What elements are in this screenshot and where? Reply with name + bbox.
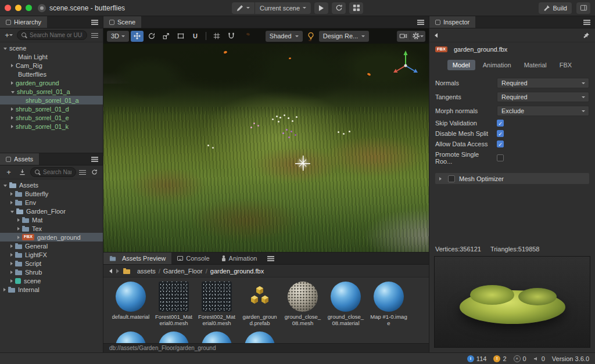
lighting-toggle-button[interactable] xyxy=(304,31,317,42)
property-dropdown[interactable]: Required xyxy=(497,78,589,88)
camera-view-button[interactable] xyxy=(397,31,410,42)
asset-thumbnail[interactable]: Forest001_Material0.mesh xyxy=(155,280,193,327)
minimize-window-button[interactable] xyxy=(15,5,21,11)
property-checkbox[interactable] xyxy=(497,120,504,127)
pin-button[interactable] xyxy=(583,32,590,39)
scene-menu-icon[interactable] xyxy=(417,19,424,25)
assets-search[interactable] xyxy=(30,167,76,177)
panel-layout-button[interactable] xyxy=(576,2,590,14)
rect-tool-button[interactable] xyxy=(174,31,187,42)
asset-item[interactable]: LightFX xyxy=(0,250,103,259)
hierarchy-item[interactable]: shrub_sorrel_01_k xyxy=(0,122,103,131)
projection-mode-button[interactable]: 3D xyxy=(107,31,129,42)
asset-thumbnail[interactable]: Forest002_Material0.mesh xyxy=(198,280,236,327)
asset-thumbnail[interactable] xyxy=(198,330,236,343)
asset-item[interactable]: General xyxy=(0,242,103,250)
asset-thumbnail[interactable]: garden_ground.prefab xyxy=(241,280,279,327)
tree-arrow-icon[interactable] xyxy=(10,211,14,213)
inspector-tab-fbx[interactable]: FBX xyxy=(554,60,577,70)
tree-arrow-icon[interactable] xyxy=(17,218,20,222)
layout-grid-button[interactable] xyxy=(349,2,363,14)
tree-arrow-icon[interactable] xyxy=(10,271,13,274)
tree-arrow-icon[interactable] xyxy=(11,81,13,85)
zoom-window-button[interactable] xyxy=(26,5,32,11)
close-window-button[interactable] xyxy=(5,5,11,11)
asset-item[interactable]: Mat xyxy=(0,215,103,224)
build-button[interactable]: Build xyxy=(539,2,572,14)
tree-arrow-icon[interactable] xyxy=(11,116,13,120)
property-checkbox[interactable] xyxy=(497,130,504,137)
asset-thumbnail[interactable] xyxy=(155,330,193,343)
grid-snap-button[interactable] xyxy=(210,31,223,42)
inspector-menu-icon[interactable] xyxy=(583,19,590,25)
tree-arrow-icon[interactable] xyxy=(3,288,6,291)
tree-arrow-icon[interactable] xyxy=(10,244,13,248)
hierarchy-search[interactable] xyxy=(17,30,87,40)
preview-menu-icon[interactable] xyxy=(267,255,274,261)
asset-item[interactable]: Tex xyxy=(0,224,103,233)
asset-item[interactable]: FBXgarden_ground xyxy=(0,233,103,242)
tree-arrow-icon[interactable] xyxy=(11,91,15,93)
mesh-preview[interactable] xyxy=(434,256,590,348)
error-message-count[interactable]: 0 xyxy=(514,355,526,362)
inspector-tab[interactable]: Inspector xyxy=(429,16,475,28)
asset-thumbnail[interactable] xyxy=(112,330,150,343)
tree-arrow-icon[interactable] xyxy=(10,253,13,257)
hierarchy-item[interactable]: shrub_sorrel_01_a xyxy=(0,96,103,104)
asset-thumbnail[interactable] xyxy=(241,330,279,343)
asset-item[interactable]: scene xyxy=(0,276,103,285)
viewport-canvas[interactable]: 3D xyxy=(103,28,429,252)
asset-item[interactable]: Internal xyxy=(0,285,103,294)
asset-item[interactable]: Butterfly xyxy=(0,189,103,198)
asset-thumbnail[interactable]: ground_close_08.mesh xyxy=(284,280,322,327)
hierarchy-filter-icon[interactable] xyxy=(91,33,98,38)
asset-thumbnail[interactable]: default.material xyxy=(112,280,150,327)
hierarchy-item[interactable]: shrub_sorrel_01_a xyxy=(0,87,103,96)
tree-arrow-icon[interactable] xyxy=(17,236,20,239)
tab-assets-preview[interactable]: Assets Preview xyxy=(103,253,171,264)
assets-tab[interactable]: Assets xyxy=(0,153,39,165)
tree-arrow-icon[interactable] xyxy=(11,125,13,128)
hierarchy-item[interactable]: garden_ground xyxy=(0,78,103,87)
notice-message-count[interactable]: 0 xyxy=(533,355,545,362)
reload-button[interactable] xyxy=(332,2,346,14)
shading-mode-select[interactable]: Shaded xyxy=(266,31,303,42)
warning-message-count[interactable]: 2 xyxy=(493,355,506,362)
tree-arrow-icon[interactable] xyxy=(10,279,13,283)
hierarchy-tab[interactable]: Hierarchy xyxy=(0,16,47,28)
property-checkbox[interactable] xyxy=(497,140,504,147)
property-dropdown[interactable]: Exclude xyxy=(497,106,589,116)
inspector-tab-animation[interactable]: Animation xyxy=(478,60,517,70)
back-icon[interactable] xyxy=(435,33,438,38)
tree-arrow-icon[interactable] xyxy=(11,107,13,111)
hierarchy-item[interactable]: shrub_sorrel_01_e xyxy=(0,113,103,122)
tree-arrow-icon[interactable] xyxy=(17,227,20,230)
tree-arrow-icon[interactable] xyxy=(10,201,13,204)
magnet-snap-button[interactable] xyxy=(225,31,238,42)
viewport-settings-button[interactable] xyxy=(410,31,425,42)
assets-search-input[interactable] xyxy=(43,169,71,175)
tree-arrow-icon[interactable] xyxy=(3,48,7,50)
breadcrumb-root[interactable]: assets xyxy=(137,268,156,275)
import-asset-button[interactable] xyxy=(17,167,27,177)
current-scene-select[interactable]: Current scene xyxy=(255,2,311,14)
tree-arrow-icon[interactable] xyxy=(10,262,13,265)
move-tool-button[interactable] xyxy=(131,31,144,42)
back-icon[interactable] xyxy=(109,269,112,273)
info-message-count[interactable]: 114 xyxy=(467,355,487,362)
tree-arrow-icon[interactable] xyxy=(11,64,13,67)
tree-arrow-icon[interactable] xyxy=(3,185,7,187)
asset-item[interactable]: Shrub xyxy=(0,268,103,276)
asset-item[interactable]: Assets xyxy=(0,181,103,189)
hierarchy-search-input[interactable] xyxy=(30,32,83,38)
tree-arrow-icon[interactable] xyxy=(439,177,442,181)
breadcrumb-folder[interactable]: Garden_Floor xyxy=(156,268,203,275)
asset-item[interactable]: Script xyxy=(0,259,103,268)
assets-menu-icon[interactable] xyxy=(91,156,98,162)
forward-icon[interactable] xyxy=(116,269,119,273)
mesh-optimizer-section[interactable]: Mesh Optimizer xyxy=(435,173,589,184)
rotate-tool-button[interactable] xyxy=(145,31,158,42)
asset-thumbnail[interactable]: ground_close_08.material xyxy=(327,280,365,327)
inspector-tab-model[interactable]: Model xyxy=(447,60,475,70)
asset-thumbnail[interactable]: Map #1-0.image xyxy=(370,280,408,327)
